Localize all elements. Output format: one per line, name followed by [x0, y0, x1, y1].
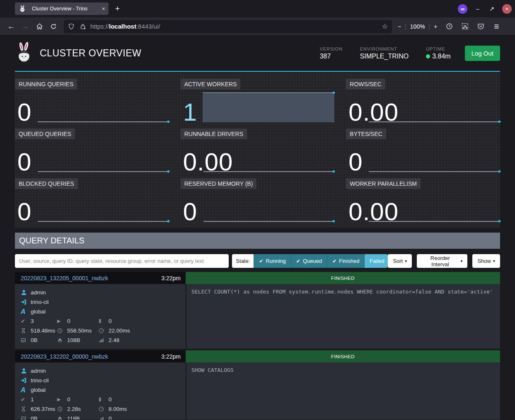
cumulative-memory-flame-icon	[57, 337, 67, 343]
logout-button[interactable]: Log Out	[465, 46, 500, 61]
zoom-in-button[interactable]: +	[434, 23, 437, 30]
trino-cluster-overview-page: CLUSTER OVERVIEW VERSION 387 ENVIRONMENT…	[0, 36, 515, 420]
user-icon	[21, 289, 31, 296]
sparkline	[369, 221, 500, 222]
running-splits: 0	[67, 396, 70, 403]
query-user: admin	[31, 289, 46, 296]
url-bar[interactable]: https://localhost:8443/ui/ ☆	[64, 20, 392, 33]
separator: |	[429, 23, 430, 30]
metric-label: RUNNING QUERIES	[15, 79, 77, 90]
sparkline	[369, 171, 500, 172]
wall-time: 518.48ms	[31, 328, 55, 334]
query-details-title: QUERY DETAILS	[15, 233, 500, 249]
new-tab-button[interactable]: +	[115, 4, 120, 13]
sort-dropdown[interactable]: Sort ▾	[388, 254, 412, 268]
shield-icon[interactable]	[68, 23, 75, 30]
uptime-status-dot	[426, 54, 430, 58]
reload-icon[interactable]	[46, 20, 60, 33]
query-resource-group: global	[31, 387, 46, 393]
separator: |	[405, 23, 406, 30]
metric-label: RESERVED MEMORY (B)	[181, 178, 257, 189]
pocket-icon[interactable]	[475, 20, 486, 33]
cumulative-memory: 118B	[67, 415, 80, 420]
window-restore-button[interactable]: ↗	[488, 5, 496, 12]
query-details-section: QUERY DETAILS State: ✔ Running ✔ Queued …	[15, 233, 500, 420]
metric-value: 0	[348, 150, 363, 175]
metric-label: BLOCKED QUERIES	[15, 178, 78, 189]
zoom-out-button[interactable]: −	[398, 23, 401, 30]
tab-close-icon[interactable]: ×	[102, 5, 105, 12]
window-close-button[interactable]: ×	[502, 4, 512, 14]
queued-splits: 0	[109, 396, 112, 403]
metric-value: 0	[17, 100, 31, 125]
environment-label: ENVIRONMENT	[360, 46, 409, 51]
state-finished-button[interactable]: ✔ Finished	[327, 254, 364, 268]
check-icon: ✔	[296, 258, 300, 264]
uptime-label: UPTIME	[426, 46, 450, 51]
query-filter-input[interactable]	[15, 254, 229, 268]
query-source: trino-cli	[31, 377, 49, 384]
wall-time-hourglass-icon	[21, 406, 31, 412]
running-splits: 0	[67, 318, 70, 324]
memory-disk-icon	[21, 337, 31, 343]
wall-time: 626.37ms	[31, 406, 55, 412]
elapsed-clock-icon	[57, 406, 67, 412]
forward-icon[interactable]: →	[18, 20, 32, 33]
menu-hamburger-icon[interactable]: ≡	[491, 20, 502, 33]
uptime-stat: UPTIME 3.84m	[426, 46, 450, 60]
window-minimize-button[interactable]: –	[474, 5, 481, 12]
parallelism: 0	[109, 415, 112, 420]
check-icon: ✔	[332, 258, 336, 264]
browser-tab[interactable]: Cluster Overview - Trino ×	[15, 2, 109, 15]
parallelism: 2.48	[109, 337, 119, 343]
metrics-grid: RUNNING QUERIES 0 ACTIVE WORKERS 1 ROWS/…	[15, 72, 500, 228]
back-icon[interactable]: ←	[4, 20, 18, 33]
query-time: 3:22pm	[161, 275, 181, 282]
cumulative-memory: 108B	[67, 337, 80, 343]
query-id-cell: 20220823_132202_00000_nwbzk 3:22pm	[15, 350, 186, 362]
completed-splits: 3	[31, 318, 34, 324]
state-queued-button[interactable]: ✔ Queued	[291, 254, 327, 268]
zoom-level[interactable]: 100%	[410, 23, 425, 30]
current-memory: 0B	[31, 337, 38, 343]
metric-value: 1	[183, 100, 197, 125]
query-id-link[interactable]: 20220823_132205_00001_nwbzk	[21, 275, 108, 282]
metric-label: ROWS/SEC	[346, 79, 385, 90]
show-dropdown[interactable]: Show ▾	[472, 254, 500, 268]
state-label: State:	[232, 254, 254, 268]
metric-label: RUNNABLE DRIVERS	[181, 129, 247, 139]
bookmark-star-icon[interactable]: ☆	[382, 22, 388, 30]
home-icon[interactable]	[32, 20, 46, 33]
caret-down-icon: ▾	[460, 259, 462, 263]
queued-splits-pause-icon: Ⅱ	[99, 396, 109, 403]
environment-stat: ENVIRONMENT SIMPLE_TRINO	[360, 46, 409, 60]
sparkline	[369, 121, 500, 122]
query-id-cell: 20220823_132205_00001_nwbzk 3:22pm	[15, 272, 186, 284]
url-text[interactable]: https://localhost:8443/ui/	[90, 23, 382, 30]
page-title: CLUSTER OVERVIEW	[40, 48, 141, 59]
reorder-interval-dropdown[interactable]: Reorder Interval ▾	[417, 254, 467, 268]
state-running-button[interactable]: ✔ Running	[254, 254, 291, 268]
screenshot-scissors-icon[interactable]	[459, 20, 470, 33]
cpu-gauge-icon	[99, 406, 109, 412]
lock-warning-icon[interactable]	[80, 23, 86, 30]
completed-splits-check-icon: ✔	[21, 318, 31, 324]
metric-queued-queries: QUEUED QUERIES 0	[15, 129, 169, 173]
tab-title: Cluster Overview - Trino	[32, 6, 99, 12]
state-failed-dropdown[interactable]: Failed ▾	[364, 254, 388, 268]
user-icon	[21, 368, 31, 374]
uptime-value: 3.84m	[432, 53, 450, 60]
running-splits-play-icon: ▶	[57, 318, 67, 324]
metric-rows-sec: ROWS/SEC 0.00	[346, 79, 500, 123]
history-clock-icon[interactable]	[444, 20, 455, 33]
trino-favicon-bunny-icon	[19, 5, 29, 12]
queued-splits: 0	[109, 318, 112, 324]
query-card: 20220823_132202_00000_nwbzk 3:22pm FINIS…	[15, 350, 500, 420]
running-splits-play-icon: ▶	[57, 397, 67, 402]
metric-reserved-memory: RESERVED MEMORY (B) 0	[181, 178, 335, 223]
metric-bytes-sec: BYTES/SEC 0	[346, 129, 500, 173]
query-info-panel: admin trino-cli A global ✔3 ▶0 Ⅱ0	[15, 284, 186, 349]
query-source: trino-cli	[31, 299, 49, 305]
query-id-link[interactable]: 20220823_132202_00000_nwbzk	[21, 353, 108, 360]
resource-group-road-icon: A	[21, 386, 31, 394]
